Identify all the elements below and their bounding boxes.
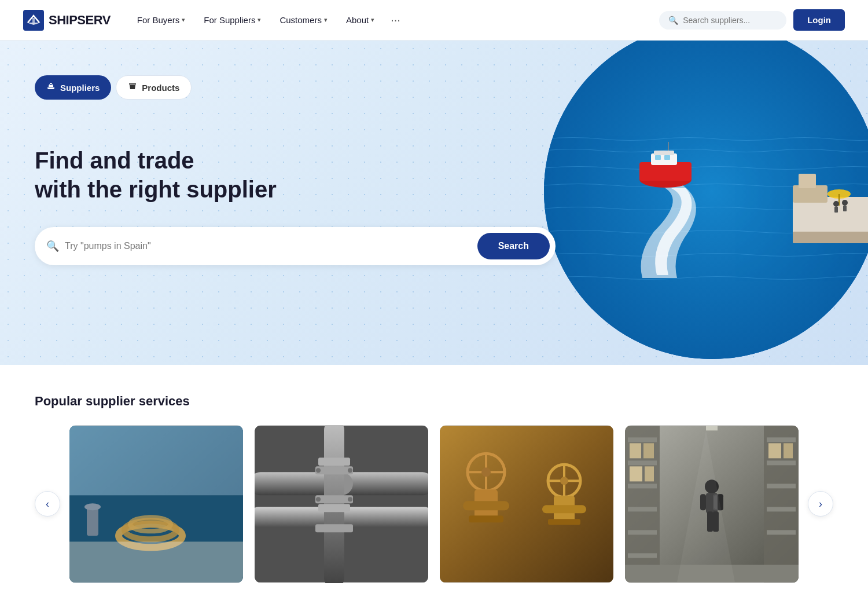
svg-rect-39 [315,524,353,532]
navbar: SHIPSERV For Buyers ▾ For Suppliers ▾ Cu… [0,0,868,41]
svg-rect-81 [768,443,781,458]
nav-right: 🔍 Login [659,9,845,31]
svg-rect-30 [69,541,243,582]
section-title: Popular supplier services [35,394,833,409]
svg-rect-71 [630,443,641,458]
hero-section: Suppliers Products Find and trade with t… [0,41,868,365]
svg-point-19 [842,200,848,206]
services-carousel: ‹ [35,425,833,583]
svg-rect-82 [784,443,793,458]
svg-rect-53 [463,501,509,510]
svg-rect-61 [548,519,580,525]
svg-point-43 [348,468,352,473]
svg-rect-28 [87,507,98,536]
svg-rect-18 [834,207,838,213]
services-grid [69,425,799,583]
hero-tabs: Suppliers Products [35,75,833,100]
service-card-ropes[interactable] [69,425,243,583]
svg-rect-92 [706,426,718,430]
carousel-prev-button[interactable]: ‹ [35,491,60,517]
nav-more-button[interactable]: ··· [385,9,406,31]
svg-rect-41 [318,504,350,512]
svg-point-29 [84,503,101,510]
chevron-down-icon: ▾ [371,16,374,24]
svg-point-58 [560,477,568,485]
svg-point-17 [833,201,839,207]
svg-rect-40 [318,457,350,466]
nav-item-for-suppliers[interactable]: For Suppliers ▾ [196,10,269,30]
supplier-icon [46,82,56,93]
products-icon [128,82,137,93]
svg-rect-76 [767,437,796,442]
search-icon: 🔍 [46,240,59,252]
chevron-down-icon: ▾ [324,16,328,24]
carousel-next-button[interactable]: › [808,491,833,517]
tab-products[interactable]: Products [116,75,192,100]
tab-suppliers[interactable]: Suppliers [35,75,111,100]
svg-rect-77 [767,460,796,465]
svg-rect-68 [628,507,657,511]
svg-rect-23 [69,426,243,495]
svg-rect-69 [628,530,657,535]
svg-rect-80 [767,530,796,535]
nav-item-customers[interactable]: Customers ▾ [271,10,336,30]
svg-point-51 [481,467,491,477]
nav-search-bar[interactable]: 🔍 [659,11,786,30]
svg-point-42 [316,468,321,473]
svg-rect-74 [645,466,654,481]
svg-rect-60 [542,505,586,513]
svg-rect-67 [628,484,657,488]
hero-title: Find and trade with the right supplier [35,146,833,204]
svg-rect-79 [767,507,796,511]
services-section: Popular supplier services ‹ [0,365,868,604]
svg-rect-72 [643,443,654,458]
svg-rect-38 [315,495,353,503]
hero-content: Suppliers Products Find and trade with t… [35,64,833,265]
nav-search-input[interactable] [683,16,777,25]
login-button[interactable]: Login [793,9,845,31]
brand-name: SHIPSERV [49,13,111,28]
nav-item-about[interactable]: About ▾ [338,10,382,30]
search-icon: 🔍 [668,16,678,25]
service-card-pipes[interactable] [255,425,428,583]
svg-rect-70 [628,553,657,558]
svg-rect-1 [32,18,35,23]
svg-rect-66 [628,460,657,465]
svg-point-44 [316,497,321,501]
chevron-down-icon: ▾ [258,16,261,24]
logo-link[interactable]: SHIPSERV [23,10,111,31]
svg-rect-54 [469,515,503,522]
svg-rect-37 [315,466,353,474]
search-button[interactable]: Search [477,233,550,259]
svg-rect-78 [767,484,796,488]
service-card-warehouse[interactable] [625,425,799,583]
nav-links: For Buyers ▾ For Suppliers ▾ Customers ▾… [129,9,659,31]
hero-search-bar: 🔍 Search [35,227,556,265]
logo-icon [23,10,44,31]
service-card-valves[interactable] [440,425,613,583]
svg-rect-20 [843,206,847,211]
chevron-down-icon: ▾ [182,16,185,24]
hero-search-input[interactable] [65,241,472,251]
svg-rect-73 [630,466,642,481]
svg-point-45 [348,497,352,501]
svg-rect-65 [628,437,657,442]
nav-item-for-buyers[interactable]: For Buyers ▾ [129,10,193,30]
